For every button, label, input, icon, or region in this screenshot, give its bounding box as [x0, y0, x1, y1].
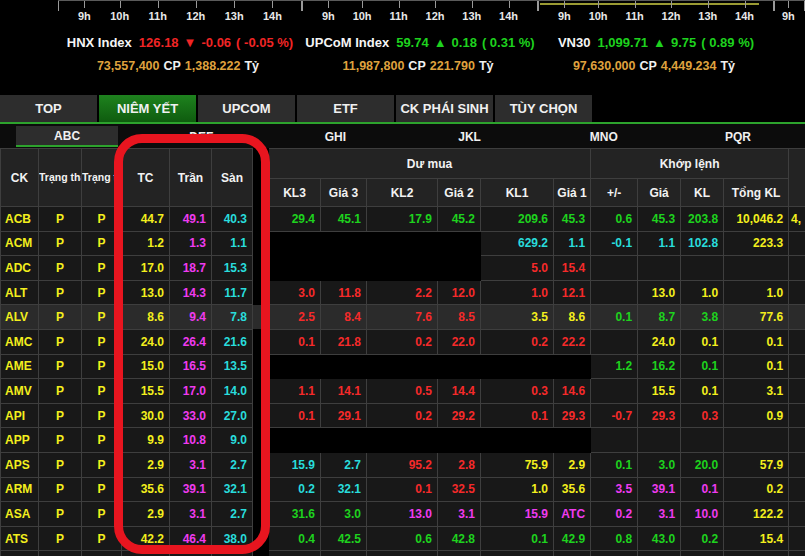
table-row[interactable]: AMEPP15.016.513.51.216.20.10.1: [1, 354, 805, 379]
cell-kl1: 209.6: [481, 207, 554, 232]
subtab-def[interactable]: DEF: [134, 124, 268, 148]
tab-tùy-chọn[interactable]: TÙY CHỌN: [495, 95, 594, 122]
cell-chg: [591, 551, 638, 556]
cell-gia: 29.3: [638, 403, 681, 428]
cell-thq: P: [82, 231, 122, 256]
table-row[interactable]: ALVPP8.69.47.82.58.47.68.53.58.60.18.73.…: [1, 305, 805, 330]
down-arrow-icon: ▼: [184, 35, 197, 50]
hnx-index-value: 126.18: [139, 35, 179, 50]
cell-thq: [82, 551, 122, 556]
cell-kl3: 0.4: [269, 526, 321, 551]
cell-gia1: 35.6: [554, 477, 591, 502]
cell-gia1: 14.6: [554, 379, 591, 404]
cell-gia2: 8.5: [438, 305, 481, 330]
table-row[interactable]: AMCPP24.026.421.60.121.80.222.00.222.224…: [1, 329, 805, 354]
tab-top[interactable]: TOP: [0, 95, 99, 122]
cell-thq: P: [82, 379, 122, 404]
cell-gia2: [438, 428, 481, 453]
col-header-kl3: KL3: [269, 179, 321, 207]
table-row[interactable]: [1, 551, 805, 556]
subtab-mno[interactable]: MNO: [537, 124, 671, 148]
cell-gia1: [554, 428, 591, 453]
cell-spacer: [253, 551, 269, 556]
hnx-index-pct: ( -0.05 %): [236, 35, 293, 50]
cell-chg: 0.2: [591, 502, 638, 527]
stock-price-board: 9h10h11h12h13h14h HNX Index126.18▼-0.06(…: [0, 0, 805, 556]
cell-kl2: 0.6: [367, 526, 438, 551]
cell-tran: 33.0: [170, 403, 212, 428]
subtab-pqr[interactable]: PQR: [671, 124, 805, 148]
subtab-ghi[interactable]: GHI: [268, 124, 402, 148]
cell-gia3: 42.5: [321, 526, 367, 551]
cell-san: 38.0: [212, 526, 253, 551]
table-row[interactable]: APIPP30.033.027.00.129.10.229.20.129.3-0…: [1, 403, 805, 428]
table-row[interactable]: ACBPP44.749.140.329.445.117.945.2209.645…: [1, 207, 805, 232]
table-row[interactable]: APSPP2.93.12.715.92.795.22.875.92.90.13.…: [1, 452, 805, 477]
cell-kl: 102.8: [681, 231, 724, 256]
cell-gia1: 15.4: [554, 256, 591, 281]
cell-kl3: 3.0: [269, 280, 321, 305]
subtab-abc[interactable]: ABC: [0, 124, 134, 148]
cell-thq: P: [82, 305, 122, 330]
ty-label: Tỷ: [720, 59, 735, 73]
cell-thq: P: [82, 526, 122, 551]
cell-ck: ACM: [1, 231, 39, 256]
table-row[interactable]: ARMPP35.639.132.10.232.10.132.51.035.63.…: [1, 477, 805, 502]
axis-hour-label: 12h: [186, 1, 205, 22]
cell-kl1: 0.2: [481, 329, 554, 354]
cell-san: 9.0: [212, 428, 253, 453]
cell-gia3: 2.7: [321, 452, 367, 477]
hnx-index-line: HNX Index126.18▼-0.06( -0.05 %): [58, 35, 302, 50]
cell-tong-kl: [724, 256, 789, 281]
cell-tong-kl: 57.9: [724, 452, 789, 477]
cell-gia: 3.0: [638, 452, 681, 477]
cell-gia2: 45.2: [438, 207, 481, 232]
cell-tc: 35.6: [122, 477, 170, 502]
axis-hour-label: 11h: [389, 1, 407, 22]
cell-tc: 15.0: [122, 354, 170, 379]
hnx-volume-line: 73,557,400CP1,388.222Tỷ: [58, 59, 302, 73]
cell-cut: [789, 280, 805, 305]
cell-kl: 0.2: [681, 526, 724, 551]
tab-upcom[interactable]: UPCOM: [198, 95, 297, 122]
price-table: CK Trạng thái GD Trạng thái THQ TC Trần …: [0, 148, 805, 556]
cell-tong-kl: [724, 428, 789, 453]
table-row[interactable]: ASAPP2.93.12.731.63.013.03.115.9ATC0.23.…: [1, 502, 805, 527]
cell-gia3: 14.1: [321, 379, 367, 404]
table-row[interactable]: APPPP9.910.89.0: [1, 428, 805, 453]
cell-gia1: ATC: [554, 502, 591, 527]
table-row[interactable]: ACMPP1.21.31.1629.21.1-0.11.1102.8223.3: [1, 231, 805, 256]
table-row[interactable]: ATSPP42.246.438.00.442.50.642.80.142.90.…: [1, 526, 805, 551]
table-row[interactable]: ALTPP13.014.311.73.011.82.212.01.012.113…: [1, 280, 805, 305]
cell-gia3: [321, 354, 367, 379]
axis-hour-label: 14h: [263, 1, 282, 22]
cell-gia1: 42.9: [554, 526, 591, 551]
subtab-jkl[interactable]: JKL: [403, 124, 537, 148]
table-row[interactable]: ADCPP17.018.715.35.015.4: [1, 256, 805, 281]
cell-kl1: 3.5: [481, 305, 554, 330]
cell-kl3: 1.1: [269, 379, 321, 404]
cell-tong-kl: 15.4: [724, 526, 789, 551]
tab-etf[interactable]: ETF: [297, 95, 396, 122]
cell-gia2: 22.0: [438, 329, 481, 354]
upcom-chart: 9h10h11h12h13h14h UPCoM Index59.74▲0.18(…: [302, 0, 538, 95]
cell-spacer: [253, 477, 269, 502]
cell-gia3: 29.1: [321, 403, 367, 428]
cell-gia3: [321, 231, 367, 256]
cell-gia: 3.1: [638, 502, 681, 527]
cell-kl3: [269, 551, 321, 556]
hnx-index-change: -0.06: [201, 35, 231, 50]
table-row[interactable]: AMVPP15.517.014.01.114.10.514.40.314.615…: [1, 379, 805, 404]
next-chart-edge: 9h: [774, 0, 805, 95]
cell-san: [212, 551, 253, 556]
tab-ck-phái-sinh[interactable]: CK PHÁI SINH: [396, 95, 495, 122]
cell-thq: P: [82, 256, 122, 281]
cell-san: 2.7: [212, 502, 253, 527]
cell-gia2: 12.0: [438, 280, 481, 305]
cell-kl3: 29.4: [269, 207, 321, 232]
upcom-index-line: UPCoM Index59.74▲0.18( 0.31 %): [302, 35, 538, 50]
cell-gia3: 45.1: [321, 207, 367, 232]
cell-kl: 0.3: [681, 403, 724, 428]
cell-gia1: 12.1: [554, 280, 591, 305]
tab-niêm-yết[interactable]: NIÊM YẾT: [99, 95, 198, 122]
